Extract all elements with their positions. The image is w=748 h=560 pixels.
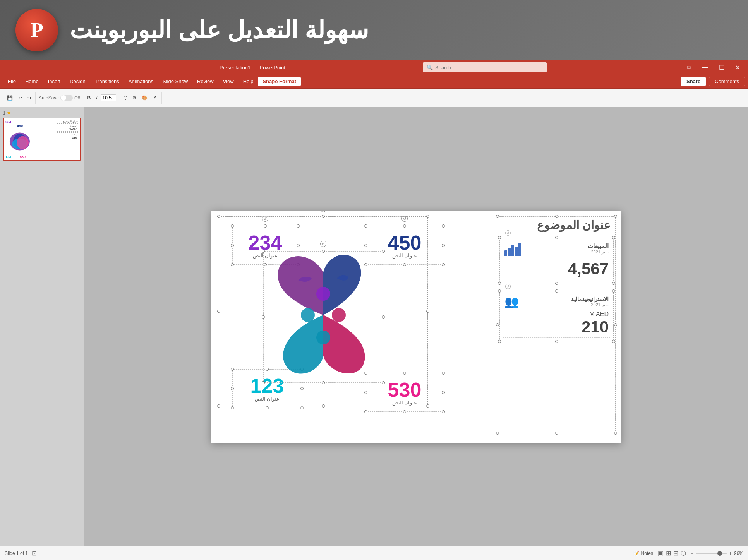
slide-panel: 1 ★ 234 450 bbox=[0, 107, 84, 546]
toolbar-save-btn[interactable]: 💾 bbox=[5, 94, 15, 101]
zoom-control: − + 96% bbox=[691, 551, 743, 556]
menu-file[interactable]: File bbox=[3, 77, 21, 86]
status-right: 📝 Notes ▣ ⊞ ⊟ ⬡ − + 96% bbox=[633, 550, 743, 557]
font-size-input[interactable] bbox=[101, 94, 116, 101]
menu-help[interactable]: Help bbox=[238, 77, 258, 86]
svg-point-5 bbox=[301, 308, 315, 322]
comments-button[interactable]: Comments bbox=[709, 77, 745, 86]
title-bar-center: Presentation1 – PowerPoint bbox=[220, 65, 285, 70]
menu-design[interactable]: Design bbox=[65, 77, 90, 86]
banner-title: سهولة التعديل على البوربوينت bbox=[70, 16, 369, 44]
svg-point-6 bbox=[332, 308, 346, 322]
svg-point-7 bbox=[316, 331, 330, 344]
fill-btn[interactable]: 🎨 bbox=[139, 94, 150, 101]
zoom-slider-thumb bbox=[717, 551, 722, 556]
card2-prefix: M AED bbox=[504, 311, 609, 318]
restore-button[interactable]: ☐ bbox=[716, 63, 727, 72]
app-name: PowerPoint bbox=[259, 65, 285, 70]
outline-btn[interactable]: Ａ bbox=[151, 94, 160, 102]
card1-title: المبيعات bbox=[588, 243, 609, 250]
svg-point-3 bbox=[17, 136, 29, 149]
close-button[interactable]: ✕ bbox=[732, 63, 743, 72]
fit-slide-icon[interactable]: ⊡ bbox=[32, 550, 37, 557]
slide-number: 1 ★ bbox=[3, 110, 81, 115]
menu-right: Share Comments bbox=[681, 77, 745, 86]
stat-number-530: 530 bbox=[388, 380, 422, 400]
notes-icon: 📝 bbox=[633, 551, 639, 556]
reading-view-btn[interactable]: ⊟ bbox=[673, 550, 678, 557]
slide-canvas: ↺ 234 عنوان النص ↺ 450 عنوان النص bbox=[211, 211, 621, 443]
search-box[interactable]: 🔍 bbox=[423, 62, 547, 72]
stat-label-530: عنوان النص bbox=[392, 400, 417, 406]
zoom-slider[interactable] bbox=[696, 553, 727, 554]
menu-animations[interactable]: Animations bbox=[124, 77, 158, 86]
arrange-btn[interactable]: ⧉ bbox=[130, 94, 139, 101]
autosave-off: Off bbox=[74, 96, 80, 100]
autosave-toggle[interactable] bbox=[60, 95, 73, 101]
right-section: عنوان الموضوع ↺ bbox=[499, 218, 614, 431]
toolbar: 💾 ↩ ↪ AutoSave Off B I ⬡ ⧉ 🎨 Ａ bbox=[0, 89, 748, 107]
zoom-in-btn[interactable]: + bbox=[729, 551, 732, 556]
toolbar-format-group: B I bbox=[84, 92, 118, 104]
card1-subtitle: يناير 2021 bbox=[588, 250, 609, 255]
toolbar-redo-btn[interactable]: ↪ bbox=[25, 94, 34, 101]
menu-home[interactable]: Home bbox=[21, 77, 43, 86]
card2-number: 210 bbox=[504, 318, 609, 336]
menu-view[interactable]: View bbox=[218, 77, 238, 86]
slide-sorter-btn[interactable]: ⊞ bbox=[666, 550, 671, 557]
slide-info: Slide 1 of 1 bbox=[5, 551, 28, 556]
autosave-group: AutoSave Off bbox=[37, 92, 82, 104]
card1-number: 4,567 bbox=[504, 260, 609, 278]
toolbar-insert-group: ⬡ ⧉ 🎨 Ａ bbox=[120, 92, 162, 104]
stat-number-450: 450 bbox=[388, 233, 422, 253]
minimize-button[interactable]: — bbox=[699, 63, 711, 72]
presenter-view-btn[interactable]: ⬡ bbox=[681, 550, 686, 557]
card2-title: الاستراتيجيةمالية bbox=[571, 296, 609, 302]
toolbar-undo-btn[interactable]: ↩ bbox=[16, 94, 24, 101]
menu-shape-format[interactable]: Shape Format bbox=[258, 77, 301, 86]
menu-bar: File Home Insert Design Transitions Anim… bbox=[0, 75, 748, 89]
main-area: 1 ★ 234 450 bbox=[0, 107, 748, 546]
title-bar-controls: ⧉ — ☐ ✕ bbox=[684, 63, 743, 72]
menu-review[interactable]: Review bbox=[192, 77, 218, 86]
zoom-level[interactable]: 96% bbox=[734, 551, 743, 556]
metric-card-sales: ↺ bbox=[499, 238, 614, 283]
menu-transitions[interactable]: Transitions bbox=[90, 77, 124, 86]
zoom-out-btn[interactable]: − bbox=[691, 551, 693, 556]
search-input[interactable] bbox=[435, 65, 543, 70]
toolbar-file-group: 💾 ↩ ↪ bbox=[3, 92, 36, 104]
normal-view-btn[interactable]: ▣ bbox=[658, 550, 664, 557]
doc-name: Presentation1 bbox=[220, 65, 250, 70]
title-bar: Presentation1 – PowerPoint 🔍 ⧉ — ☐ ✕ bbox=[0, 60, 748, 75]
slide-thumbnail[interactable]: 234 450 123 530 bbox=[3, 118, 81, 161]
view-controls: ▣ ⊞ ⊟ ⬡ bbox=[658, 550, 686, 557]
right-section-title: عنوان الموضوع bbox=[499, 218, 614, 232]
notes-button[interactable]: 📝 Notes bbox=[633, 551, 653, 556]
canvas-area: ↺ 234 عنوان النص ↺ 450 عنوان النص bbox=[84, 107, 748, 546]
menu-insert[interactable]: Insert bbox=[43, 77, 65, 86]
stat-label-450: عنوان النص bbox=[392, 253, 417, 259]
search-icon: 🔍 bbox=[427, 65, 433, 70]
shapes-btn[interactable]: ⬡ bbox=[121, 94, 130, 101]
autosave-label: AutoSave bbox=[39, 95, 59, 101]
header-banner: P سهولة التعديل على البوربوينت bbox=[0, 0, 748, 60]
svg-point-4 bbox=[316, 287, 330, 301]
brain-graphic: ↺ bbox=[261, 249, 385, 385]
menu-slideshow[interactable]: Slide Show bbox=[158, 77, 192, 86]
powerpoint-logo: P bbox=[15, 9, 58, 51]
card2-subtitle: يناير 2021 bbox=[571, 302, 609, 307]
restore-icon[interactable]: ⧉ bbox=[684, 63, 694, 72]
italic-btn[interactable]: I bbox=[94, 94, 100, 101]
metric-card-financial: ↺ 👥 الاستراتيجيةمالية يناير 2021 bbox=[499, 291, 614, 341]
bold-btn[interactable]: B bbox=[85, 94, 93, 101]
share-button[interactable]: Share bbox=[681, 77, 706, 86]
stat-label-123: عنوان النص bbox=[255, 396, 280, 402]
status-bar: Slide 1 of 1 ⊡ 📝 Notes ▣ ⊞ ⊟ ⬡ − + 96% bbox=[0, 546, 748, 560]
